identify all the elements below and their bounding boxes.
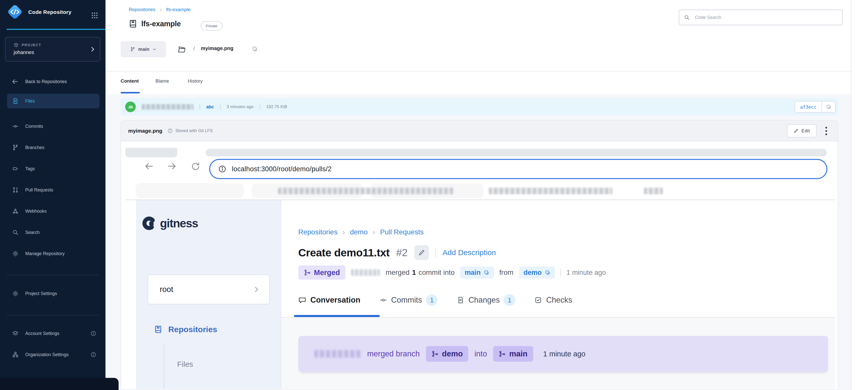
sidebar-item-label: Branches (25, 145, 44, 150)
content-area: JB abc 3 minutes ago 192.75 KiB af3ecc m… (105, 94, 851, 390)
preview-merge-banner: merged branch demo into main 1 minute ag… (298, 336, 828, 372)
changes-count-badge: 1 (504, 294, 515, 306)
pull-request-icon (12, 187, 19, 193)
copy-path-icon[interactable] (252, 46, 258, 52)
search-icon (12, 229, 19, 236)
apps-grid-icon[interactable] (91, 11, 98, 19)
source-branch-pill: demo (519, 267, 555, 279)
sidebar-item-pull-requests[interactable]: Pull Requests (7, 183, 99, 197)
folder-icon[interactable] (177, 45, 186, 54)
org-chart-icon (12, 351, 19, 358)
sidebar-item-organization-settings[interactable]: Organization Settings (7, 347, 99, 362)
branches-icon (12, 144, 19, 151)
target-branch-pill: main (460, 267, 494, 279)
redacted-author (314, 350, 361, 358)
redacted-bookmarks (644, 188, 663, 194)
breadcrumb-repo[interactable]: lfs-example (166, 7, 190, 12)
sidebar-item-search[interactable]: Search (7, 225, 99, 240)
pencil-icon (418, 249, 425, 256)
tab-blame[interactable]: Blame (155, 78, 169, 84)
sidebar-item-manage-repository[interactable]: Manage Repository (7, 246, 99, 261)
source-branch-chip: demo (426, 346, 469, 362)
preview-nav-repositories: Repositories (153, 325, 217, 334)
info-icon (90, 330, 96, 336)
sidebar-item-label: Webhooks (25, 208, 47, 214)
browser-tab-shape (125, 148, 177, 157)
branch-name: main (138, 47, 149, 52)
commits-icon (379, 296, 387, 304)
back-to-repositories[interactable]: Back to Repositories (11, 78, 67, 85)
sidebar-item-label: Organization Settings (25, 352, 69, 357)
redacted-bookmarks (489, 188, 612, 194)
tag-icon (12, 165, 19, 172)
cube-icon (13, 43, 19, 48)
edit-label: Edit (802, 128, 810, 134)
add-description-link: Add Description (442, 248, 496, 257)
browser-back-icon (144, 161, 154, 171)
file-card: myimage.png Stored with Git LFS Edit (121, 120, 838, 390)
edit-button[interactable]: Edit (787, 124, 816, 137)
sidebar-item-account-settings[interactable]: Account Settings (7, 326, 99, 341)
preview-pr-title-row: Create demo11.txt #2 Add Description (298, 245, 496, 260)
redacted-bookmarks (278, 188, 454, 194)
sidebar-item-tags[interactable]: Tags (7, 161, 99, 176)
redacted-author (351, 269, 380, 276)
commits-count-badge: 1 (426, 294, 437, 306)
chevron-right-icon (253, 286, 260, 293)
sidebar-accent-divider (6, 29, 105, 30)
lfs-note: Stored with Git LFS (167, 128, 213, 134)
browser-address-bar: localhost:3000/root/demo/pulls/2 (209, 159, 827, 179)
project-name: johannes (13, 50, 34, 55)
breadcrumb-separator (343, 228, 345, 236)
file-path: myimage.png (201, 46, 234, 51)
copy-sha-button[interactable] (822, 102, 835, 112)
tab-content[interactable]: Content (121, 78, 139, 84)
chevron-right-icon (89, 46, 96, 53)
more-options-button[interactable] (822, 124, 831, 137)
commit-sha[interactable]: af3ecc (795, 101, 836, 113)
project-selector[interactable]: PROJECT johannes (5, 37, 100, 62)
header-divider (105, 71, 851, 72)
commit-message-link[interactable]: abc (206, 104, 214, 110)
browser-forward-icon (167, 161, 177, 171)
separator (435, 248, 436, 258)
sidebar-item-branches[interactable]: Branches (7, 140, 99, 155)
sidebar-item-commits[interactable]: Commits (7, 119, 99, 134)
copy-icon (826, 104, 831, 110)
tab-conversation: Conversation (298, 296, 360, 305)
commit-time: 3 minutes ago (226, 104, 254, 109)
tab-history[interactable]: History (188, 78, 203, 84)
preview-active-tab-underline (294, 315, 380, 317)
breadcrumb-separator (160, 6, 162, 12)
separator (560, 269, 561, 276)
target-branch-chip: main (493, 346, 533, 362)
file-icon (457, 296, 464, 304)
branch-icon (130, 47, 135, 52)
preview-pr-status-row: Merged merged 1 commit into main from de (298, 266, 606, 280)
info-icon (167, 128, 173, 134)
app-title: Code Repository (28, 9, 71, 15)
merge-summary: merged 1 commit into (385, 269, 455, 277)
sidebar-item-webhooks[interactable]: Webhooks (7, 204, 99, 219)
sidebar-item-label: Commits (25, 124, 43, 129)
chevron-down-icon (152, 47, 156, 51)
sidebar-item-label: Tags (25, 166, 35, 171)
preview-project-selector: root (148, 275, 270, 304)
sidebar-item-files[interactable]: Files (7, 94, 99, 108)
merged-badge: Merged (298, 266, 345, 280)
bookmark-blob (135, 183, 244, 198)
sidebar-item-project-settings[interactable]: Project Settings (7, 286, 99, 301)
breadcrumb-separator (373, 228, 375, 236)
gear-icon (12, 290, 19, 297)
tab-checks: Checks (534, 296, 572, 305)
preview-project-name: root (160, 285, 173, 294)
code-search-input[interactable] (679, 9, 843, 25)
branch-selector[interactable]: main (121, 41, 166, 57)
tree-indent-guide (164, 343, 164, 389)
pencil-icon (794, 128, 799, 133)
tab-changes: Changes 1 (457, 294, 515, 306)
gitness-logo: gitness (141, 216, 198, 231)
copy-icon (484, 270, 489, 275)
separator (260, 104, 260, 110)
breadcrumb-repositories[interactable]: Repositories (129, 7, 155, 12)
